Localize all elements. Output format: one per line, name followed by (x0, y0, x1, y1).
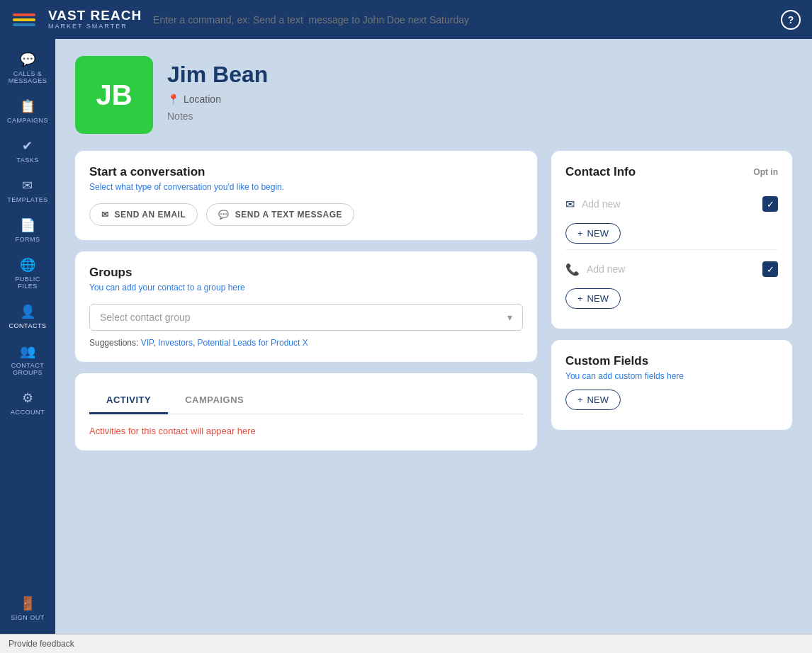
brand-name: VAST REACH (48, 8, 142, 23)
plus-icon-3: + (577, 394, 583, 405)
sidebar-item-contact-groups[interactable]: 👥 CONTACTGROUPS (0, 336, 55, 383)
add-phone-button[interactable]: + NEW (565, 288, 621, 309)
conversation-buttons: ✉ SEND AN EMAIL 💬 SEND A TEXT MESSAGE (89, 203, 523, 226)
sidebar-item-sign-out-label: SIGN OUT (11, 614, 45, 621)
plus-icon-2: + (577, 293, 583, 304)
conversation-subtitle: Select what type of conversation you'd l… (89, 182, 523, 192)
highlight-text: this contact (142, 426, 188, 436)
send-text-button[interactable]: 💬 SEND A TEXT MESSAGE (206, 203, 354, 226)
tab-campaigns[interactable]: CAMPAIGNS (168, 387, 261, 414)
profile-location: 📍 Location (167, 93, 268, 105)
templates-icon: ✉ (22, 178, 33, 193)
content-grid: Start a conversation Select what type of… (75, 151, 792, 462)
location-pin-icon: 📍 (167, 93, 179, 105)
activity-card: ACTIVITY CAMPAIGNS Activities for this c… (75, 373, 537, 450)
sidebar: 💬 CALLS &MESSAGES 📋 CAMPAIGNS ✔ TASKS ✉ … (0, 39, 55, 634)
email-icon: ✉ (101, 210, 109, 220)
groups-card: Groups You can add your contact to a gro… (75, 251, 537, 362)
sign-out-icon: 🚪 (20, 596, 36, 611)
send-email-button[interactable]: ✉ SEND AN EMAIL (89, 203, 198, 226)
sidebar-item-templates-label: TEMPLATES (7, 196, 47, 203)
help-button[interactable]: ? (781, 10, 801, 30)
sidebar-item-sign-out[interactable]: 🚪 SIGN OUT (0, 589, 55, 628)
contact-groups-icon: 👥 (20, 343, 36, 359)
contact-info-card: Contact Info Opt in ✉ Add new ✓ + NEW (551, 151, 792, 329)
add-custom-field-button[interactable]: + NEW (565, 390, 621, 410)
group-select-dropdown[interactable]: Select contact group ▾ (89, 304, 523, 331)
tab-activity[interactable]: ACTIVITY (89, 387, 168, 414)
email-field-row: ✉ Add new ✓ (565, 191, 778, 217)
sidebar-item-contacts-label: CONTACTS (9, 322, 47, 329)
forms-icon: 📄 (20, 217, 36, 233)
sidebar-item-campaigns-label: CAMPAIGNS (7, 117, 48, 124)
sidebar-item-templates[interactable]: ✉ TEMPLATES (0, 171, 55, 210)
suggestion-potential-leads[interactable]: Potential Leads for Product X (198, 338, 308, 348)
profile-notes: Notes (167, 110, 268, 122)
sidebar-item-public-files[interactable]: 🌐 PUBLICFILES (0, 250, 55, 297)
opt-in-row: Contact Info Opt in (565, 165, 778, 185)
plus-icon: + (577, 228, 583, 239)
email-input-area: ✉ Add new (565, 198, 762, 211)
profile-info: Jim Bean 📍 Location Notes (167, 56, 268, 122)
sidebar-item-tasks-label: TASKS (16, 157, 38, 164)
sidebar-item-tasks[interactable]: ✔ TASKS (0, 131, 55, 171)
custom-fields-subtitle: You can add custom fields here (565, 371, 778, 381)
public-files-icon: 🌐 (20, 257, 36, 273)
profile-header: JB Jim Bean 📍 Location Notes (75, 56, 792, 134)
logo-icon (11, 7, 37, 33)
suggestion-vip[interactable]: VIP (141, 338, 154, 348)
sidebar-item-public-files-label: PUBLICFILES (15, 276, 40, 290)
phone-input-area: 📞 Add new (565, 263, 762, 276)
tasks-icon: ✔ (22, 138, 33, 154)
groups-subtitle: You can add your contact to a group here (89, 283, 523, 293)
group-select-placeholder: Select contact group (100, 312, 191, 323)
campaigns-icon: 📋 (20, 98, 36, 114)
sidebar-item-account-label: ACCOUNT (11, 409, 45, 416)
account-icon: ⚙ (22, 390, 34, 406)
feedback-bar[interactable]: Provide feedback (0, 634, 812, 653)
opt-in-label: Opt in (753, 167, 778, 177)
group-suggestions: Suggestions: VIP, Investors, Potential L… (89, 338, 523, 348)
custom-fields-title: Custom Fields (565, 354, 778, 368)
email-opt-in-checkbox[interactable]: ✓ (762, 196, 778, 212)
profile-name: Jim Bean (167, 62, 268, 88)
activity-tabs: ACTIVITY CAMPAIGNS (89, 387, 523, 414)
conversation-card: Start a conversation Select what type of… (75, 151, 537, 240)
sidebar-item-forms[interactable]: 📄 FORMS (0, 210, 55, 250)
custom-fields-card: Custom Fields You can add custom fields … (551, 340, 792, 430)
right-column: Contact Info Opt in ✉ Add new ✓ + NEW (551, 151, 792, 462)
calls-messages-icon: 💬 (20, 52, 36, 67)
phone-icon: 📞 (565, 263, 580, 276)
sidebar-item-contact-groups-label: CONTACTGROUPS (11, 362, 44, 376)
groups-title: Groups (89, 266, 523, 280)
brand-tagline: MARKET SMARTER (48, 23, 142, 30)
sidebar-item-account[interactable]: ⚙ ACCOUNT (0, 383, 55, 423)
sidebar-item-calls-messages[interactable]: 💬 CALLS &MESSAGES (0, 45, 55, 91)
conversation-title: Start a conversation (89, 165, 523, 179)
main-content: JB Jim Bean 📍 Location Notes Start a con… (55, 39, 812, 634)
left-column: Start a conversation Select what type of… (75, 151, 537, 462)
phone-opt-in-checkbox[interactable]: ✓ (762, 261, 778, 277)
contact-info-title: Contact Info (565, 165, 636, 179)
command-input[interactable] (153, 14, 769, 25)
topbar: VAST REACH MARKET SMARTER ? (0, 0, 812, 39)
email-icon: ✉ (565, 198, 575, 211)
sidebar-item-forms-label: FORMS (16, 236, 40, 243)
sidebar-item-calls-messages-label: CALLS &MESSAGES (9, 70, 47, 84)
activity-content: Activities for this contact will appear … (89, 426, 523, 436)
suggestion-investors[interactable]: Investors (158, 338, 193, 348)
phone-field-row: 📞 Add new ✓ (565, 256, 778, 283)
avatar: JB (75, 56, 153, 134)
contacts-icon: 👤 (20, 304, 36, 319)
sidebar-item-contacts[interactable]: 👤 CONTACTS (0, 297, 55, 336)
sidebar-item-campaigns[interactable]: 📋 CAMPAIGNS (0, 91, 55, 131)
add-email-button[interactable]: + NEW (565, 223, 621, 244)
email-placeholder: Add new (582, 198, 620, 210)
phone-placeholder: Add new (587, 263, 625, 275)
chat-icon: 💬 (218, 210, 230, 220)
divider (565, 249, 778, 250)
chevron-down-icon: ▾ (507, 312, 512, 323)
brand: VAST REACH MARKET SMARTER (48, 8, 142, 30)
